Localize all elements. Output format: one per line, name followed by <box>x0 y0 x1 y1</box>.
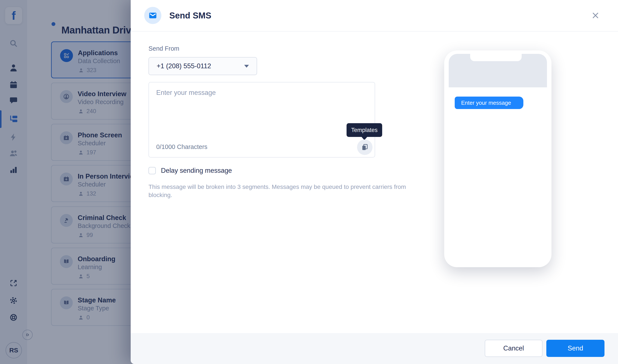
character-counter: 0/1000 Characters <box>156 143 207 150</box>
segments-note-line2: blocking. <box>149 191 406 199</box>
modal-footer: Cancel Send <box>131 333 618 364</box>
segments-note: This message will be broken into 3 segme… <box>149 183 406 199</box>
delay-checkbox[interactable] <box>149 167 156 174</box>
close-button[interactable] <box>590 10 601 21</box>
copy-icon <box>361 143 369 151</box>
app-screen: f <box>0 0 618 364</box>
phone-preview: Enter your message <box>444 51 552 267</box>
mail-icon <box>148 11 157 20</box>
modal-header: Send SMS <box>131 0 618 32</box>
sms-preview-bubble: Enter your message <box>455 97 523 109</box>
chevron-down-icon <box>244 65 249 68</box>
templates-tooltip: Templates <box>347 123 382 137</box>
send-sms-modal: Send SMS Send From +1 (208) 555-0112 0/1… <box>131 0 618 364</box>
segments-note-line1: This message will be broken into 3 segme… <box>149 183 406 191</box>
send-from-label: Send From <box>149 45 179 52</box>
message-input[interactable] <box>149 82 375 134</box>
cancel-button[interactable]: Cancel <box>485 340 542 357</box>
tooltip-label: Templates <box>351 127 377 133</box>
send-from-select[interactable]: +1 (208) 555-0112 <box>149 57 257 75</box>
templates-button[interactable] <box>357 140 373 155</box>
mail-icon-badge <box>144 7 161 24</box>
delay-checkbox-label: Delay sending message <box>161 167 232 174</box>
close-icon <box>591 11 600 20</box>
bubble-text: Enter your message <box>461 100 511 106</box>
phone-notch <box>470 54 522 61</box>
modal-title: Send SMS <box>169 0 211 31</box>
send-button[interactable]: Send <box>546 340 605 357</box>
delay-row: Delay sending message <box>149 167 232 174</box>
phone-status-bar <box>449 54 547 87</box>
send-from-value: +1 (208) 555-0112 <box>157 62 211 70</box>
